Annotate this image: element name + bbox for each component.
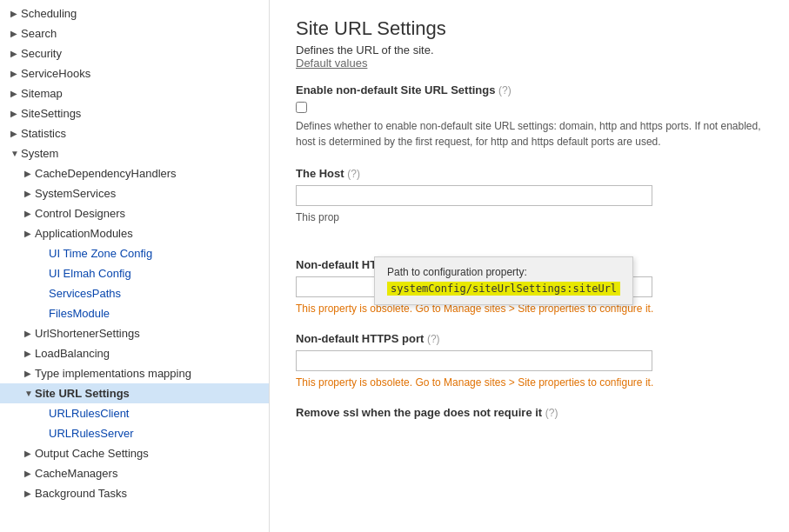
sidebar-item-systemservices[interactable]: ▶SystemServices: [0, 183, 269, 203]
sidebar-item-arrow-applicationmodules: ▶: [24, 229, 35, 238]
tooltip-line1: Path to configuration property:: [387, 266, 527, 278]
sidebar-item-label-sitesettings: SiteSettings: [21, 107, 262, 120]
sidebar: ▶Scheduling▶Search▶Security▶ServiceHooks…: [0, 0, 270, 532]
sidebar-item-uitimezoneconfig[interactable]: UI Time Zone Config: [0, 243, 269, 263]
sidebar-item-backgroundtasks[interactable]: ▶Background Tasks: [0, 483, 269, 503]
sidebar-item-arrow-system: ▼: [10, 149, 21, 158]
sidebar-item-arrow-security: ▶: [10, 49, 21, 58]
enable-section: Enable non-default Site URL Settings (?)…: [296, 83, 763, 150]
host-label: The Host (?): [296, 167, 763, 180]
default-values-link[interactable]: Default values: [296, 57, 763, 70]
sidebar-item-label-cachemanagers: CacheManagers: [35, 467, 262, 480]
sidebar-item-cachemanagers[interactable]: ▶CacheManagers: [0, 463, 269, 483]
sidebar-item-label-search: Search: [21, 27, 262, 40]
sidebar-item-label-statistics: Statistics: [21, 127, 262, 140]
sidebar-item-label-systemservices: SystemServices: [35, 187, 262, 200]
sidebar-item-arrow-backgroundtasks: ▶: [24, 489, 35, 498]
sidebar-item-label-sitemap: Sitemap: [21, 87, 262, 100]
https-port-label: Non-default HTTPS port (?): [296, 332, 763, 345]
remove-ssl-help-icon[interactable]: (?): [545, 407, 558, 419]
host-input-wrapper: [296, 185, 763, 211]
enable-label: Enable non-default Site URL Settings (?): [296, 83, 763, 96]
sidebar-item-sitemap[interactable]: ▶Sitemap: [0, 83, 269, 103]
sidebar-item-outputcachesettings[interactable]: ▶Output Cache Settings: [0, 443, 269, 463]
sidebar-item-label-urlshortenersettings: UrlShortenerSettings: [35, 327, 262, 340]
sidebar-item-label-typeimplementationsmapping: Type implementations mapping: [35, 367, 262, 380]
sidebar-item-label-backgroundtasks: Background Tasks: [35, 487, 262, 500]
enable-checkbox[interactable]: [296, 102, 307, 113]
sidebar-item-siteurlsettings[interactable]: ▼Site URL Settings: [0, 383, 269, 403]
sidebar-item-urlshortenersettings[interactable]: ▶UrlShortenerSettings: [0, 323, 269, 343]
tooltip-popup: Path to configuration property: systemCo…: [374, 256, 633, 305]
sidebar-item-arrow-servicehooks: ▶: [10, 69, 21, 78]
sidebar-item-uielmahconfig[interactable]: UI Elmah Config: [0, 263, 269, 283]
sidebar-item-label-security: Security: [21, 47, 262, 60]
sidebar-item-arrow-cachemanagers: ▶: [24, 469, 35, 478]
host-input[interactable]: [296, 185, 652, 206]
sidebar-item-label-applicationmodules: ApplicationModules: [35, 227, 262, 240]
sidebar-item-label-urlrulesclient: URLRulesClient: [49, 407, 262, 420]
sidebar-item-arrow-urlshortenersettings: ▶: [24, 329, 35, 338]
sidebar-item-arrow-loadbalancing: ▶: [24, 349, 35, 358]
remove-ssl-section: Remove ssl when the page does not requir…: [296, 406, 763, 419]
sidebar-item-arrow-search: ▶: [10, 29, 21, 38]
sidebar-item-controldesigners[interactable]: ▶Control Designers: [0, 203, 269, 223]
page-title: Site URL Settings: [296, 17, 763, 40]
enable-description: Defines whether to enable non-default si…: [296, 118, 763, 150]
remove-ssl-label: Remove ssl when the page does not requir…: [296, 406, 763, 419]
enable-help-icon[interactable]: (?): [498, 84, 512, 96]
sidebar-item-system[interactable]: ▼System: [0, 143, 269, 163]
sidebar-item-label-outputcachesettings: Output Cache Settings: [35, 447, 262, 460]
sidebar-item-security[interactable]: ▶Security: [0, 43, 269, 63]
sidebar-item-urlrulesserver[interactable]: URLRulesServer: [0, 423, 269, 443]
sidebar-item-servicehooks[interactable]: ▶ServiceHooks: [0, 63, 269, 83]
sidebar-item-statistics[interactable]: ▶Statistics: [0, 123, 269, 143]
host-help-icon[interactable]: (?): [347, 168, 360, 180]
sidebar-item-filesmodule[interactable]: FilesModule: [0, 303, 269, 323]
sidebar-item-arrow-typeimplementationsmapping: ▶: [24, 369, 35, 378]
sidebar-item-label-cachedependencyhandlers: CacheDependencyHandlers: [35, 167, 262, 180]
sidebar-item-applicationmodules[interactable]: ▶ApplicationModules: [0, 223, 269, 243]
tooltip-path: systemConfig/siteUrlSettings:siteUrl: [387, 282, 620, 296]
sidebar-item-label-controldesigners: Control Designers: [35, 207, 262, 220]
sidebar-item-cachedependencyhandlers[interactable]: ▶CacheDependencyHandlers: [0, 163, 269, 183]
sidebar-item-label-uitimezoneconfig: UI Time Zone Config: [49, 247, 262, 260]
subtitle: Defines the URL of the site.: [296, 43, 434, 57]
sidebar-item-arrow-sitemap: ▶: [10, 89, 21, 98]
sidebar-item-arrow-controldesigners: ▶: [24, 209, 35, 218]
sidebar-item-arrow-scheduling: ▶: [10, 9, 21, 18]
sidebar-item-label-siteurlsettings: Site URL Settings: [35, 387, 262, 400]
sidebar-item-search[interactable]: ▶Search: [0, 23, 269, 43]
sidebar-item-arrow-statistics: ▶: [10, 129, 21, 138]
sidebar-item-arrow-sitesettings: ▶: [10, 109, 21, 118]
sidebar-item-label-servicespaths: ServicesPaths: [49, 287, 262, 300]
sidebar-item-label-uielmahconfig: UI Elmah Config: [49, 267, 262, 280]
main-content: Site URL Settings Defines the URL of the…: [270, 0, 789, 532]
enable-checkbox-row: [296, 102, 763, 113]
https-port-help-icon[interactable]: (?): [427, 333, 440, 345]
sidebar-item-arrow-siteurlsettings: ▼: [24, 389, 35, 398]
sidebar-item-loadbalancing[interactable]: ▶LoadBalancing: [0, 343, 269, 363]
sidebar-item-servicespaths[interactable]: ServicesPaths: [0, 283, 269, 303]
sidebar-item-sitesettings[interactable]: ▶SiteSettings: [0, 103, 269, 123]
sidebar-item-label-filesmodule: FilesModule: [49, 307, 262, 320]
sidebar-item-urlrulesclient[interactable]: URLRulesClient: [0, 403, 269, 423]
https-port-obsolete: This property is obsolete. Go to Manage …: [296, 376, 763, 389]
host-this-prop: This prop: [296, 211, 763, 223]
https-port-input[interactable]: [296, 350, 652, 371]
sidebar-item-arrow-cachedependencyhandlers: ▶: [24, 169, 35, 178]
https-port-section: Non-default HTTPS port (?) This property…: [296, 332, 763, 389]
sidebar-item-label-servicehooks: ServiceHooks: [21, 67, 262, 80]
sidebar-item-typeimplementationsmapping[interactable]: ▶Type implementations mapping: [0, 363, 269, 383]
sidebar-item-arrow-outputcachesettings: ▶: [24, 449, 35, 458]
sidebar-item-label-scheduling: Scheduling: [21, 7, 262, 20]
sidebar-item-label-urlrulesserver: URLRulesServer: [49, 427, 262, 440]
sidebar-item-scheduling[interactable]: ▶Scheduling: [0, 3, 269, 23]
sidebar-item-arrow-systemservices: ▶: [24, 189, 35, 198]
sidebar-item-label-loadbalancing: LoadBalancing: [35, 347, 262, 360]
sidebar-item-label-system: System: [21, 147, 262, 160]
host-section: The Host (?) This prop Path to configura…: [296, 167, 763, 223]
